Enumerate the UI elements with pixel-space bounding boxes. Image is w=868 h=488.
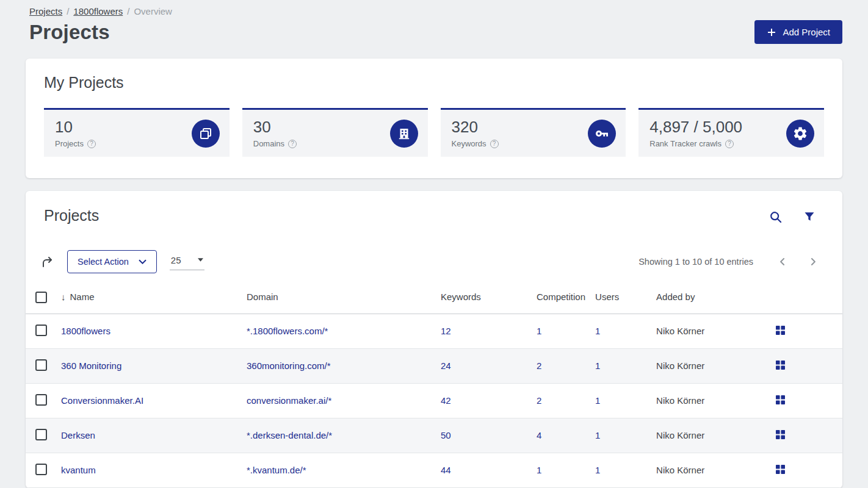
project-competition-link[interactable]: 1 — [537, 465, 541, 475]
help-icon[interactable] — [725, 140, 734, 148]
column-header-users[interactable]: Users — [590, 283, 651, 314]
stats-row: 10 Projects 30 Domains — [44, 108, 824, 157]
breadcrumb-project-link[interactable]: 1800flowers — [73, 6, 123, 16]
project-name-link[interactable]: 360 Monitoring — [61, 361, 121, 371]
row-checkbox[interactable] — [35, 394, 47, 406]
breadcrumb: Projects / 1800flowers / Overview — [29, 6, 842, 16]
project-domain-link[interactable]: *.1800flowers.com/* — [247, 326, 328, 336]
project-keywords-link[interactable]: 44 — [441, 465, 451, 475]
project-dashboard-icon[interactable] — [776, 395, 785, 404]
table-header-row: ↓Name Domain Keywords Competition Users … — [26, 283, 842, 314]
pagination — [776, 256, 819, 268]
project-name-link[interactable]: kvantum — [61, 465, 96, 475]
stat-rank-tracker-value: 4,897 / 5,000 — [649, 118, 742, 136]
project-name-link[interactable]: Conversionmaker.AI — [61, 395, 143, 406]
select-action-dropdown[interactable]: Select Action — [67, 250, 157, 273]
project-users-link[interactable]: 1 — [595, 326, 600, 336]
projects-table-title: Projects — [44, 207, 99, 224]
breadcrumb-separator: / — [127, 6, 129, 16]
projects-icon — [192, 120, 220, 148]
column-header-name[interactable]: ↓Name — [56, 283, 242, 314]
stat-keywords-value: 320 — [452, 118, 499, 136]
project-dashboard-icon[interactable] — [776, 430, 785, 439]
project-competition-link[interactable]: 2 — [537, 395, 541, 406]
chevron-left-icon[interactable] — [776, 256, 789, 268]
breadcrumb-separator: / — [67, 6, 69, 16]
showing-entries-text: Showing 1 to 10 of 10 entries — [638, 257, 753, 267]
page-title: Projects — [29, 21, 110, 44]
added-by-cell: Niko Körner — [651, 453, 771, 487]
breadcrumb-projects-link[interactable]: Projects — [29, 6, 62, 16]
project-users-link[interactable]: 1 — [595, 465, 600, 475]
help-icon[interactable] — [288, 140, 297, 148]
select-action-label: Select Action — [78, 257, 129, 267]
chevron-right-icon[interactable] — [807, 256, 819, 268]
help-icon[interactable] — [490, 140, 499, 148]
added-by-cell: Niko Körner — [651, 418, 771, 453]
column-header-domain[interactable]: Domain — [242, 283, 436, 314]
table-row: Conversionmaker.AI conversionmaker.ai/* … — [26, 383, 842, 418]
chevron-down-icon — [139, 259, 146, 264]
stat-rank-tracker-label: Rank Tracker crawls — [649, 139, 722, 148]
forward-arrow-icon[interactable] — [40, 254, 55, 269]
page-size-select[interactable]: 25 — [170, 254, 204, 270]
project-users-link[interactable]: 1 — [595, 395, 600, 406]
stat-projects-value: 10 — [55, 118, 96, 136]
top-bar: Projects / 1800flowers / Overview Projec… — [0, 0, 868, 44]
select-all-checkbox[interactable] — [35, 292, 47, 303]
project-dashboard-icon[interactable] — [776, 326, 785, 335]
table-row: kvantum *.kvantum.de/* 44 1 1 Niko Körne… — [26, 453, 842, 487]
table-toolbar: Select Action 25 Showing 1 to 10 of 10 e… — [26, 250, 842, 273]
projects-table: ↓Name Domain Keywords Competition Users … — [26, 283, 842, 488]
table-row: 1800flowers *.1800flowers.com/* 12 1 1 N… — [26, 314, 842, 348]
my-projects-title: My Projects — [44, 74, 824, 92]
plus-icon — [767, 27, 776, 37]
column-header-competition[interactable]: Competition — [532, 283, 590, 314]
project-users-link[interactable]: 1 — [595, 361, 600, 371]
projects-table-body: 1800flowers *.1800flowers.com/* 12 1 1 N… — [26, 314, 842, 487]
project-domain-link[interactable]: *.derksen-dental.de/* — [247, 430, 332, 440]
project-competition-link[interactable]: 1 — [537, 326, 541, 336]
filter-icon[interactable] — [803, 210, 816, 224]
table-row: 360 Monitoring 360monitoring.com/* 24 2 … — [26, 348, 842, 383]
projects-card: Projects Select Action 25 Showing — [26, 191, 842, 488]
project-domain-link[interactable]: 360monitoring.com/* — [247, 361, 331, 371]
stat-projects-label: Projects — [55, 139, 84, 148]
project-domain-link[interactable]: conversionmaker.ai/* — [247, 395, 331, 406]
stat-projects: 10 Projects — [44, 108, 230, 157]
added-by-cell: Niko Körner — [651, 314, 771, 348]
stat-keywords: 320 Keywords — [441, 108, 626, 157]
row-checkbox[interactable] — [35, 359, 47, 371]
project-dashboard-icon[interactable] — [776, 465, 785, 474]
project-keywords-link[interactable]: 50 — [441, 430, 451, 440]
breadcrumb-current-page: Overview — [134, 6, 172, 16]
table-row: Derksen *.derksen-dental.de/* 50 4 1 Nik… — [26, 418, 842, 453]
help-icon[interactable] — [87, 140, 96, 148]
added-by-cell: Niko Körner — [651, 383, 771, 418]
row-checkbox[interactable] — [35, 325, 47, 336]
page-size-value: 25 — [171, 255, 181, 265]
project-users-link[interactable]: 1 — [595, 430, 600, 440]
row-checkbox[interactable] — [35, 464, 47, 475]
column-header-added-by[interactable]: Added by — [651, 283, 771, 314]
stat-domains-value: 30 — [253, 118, 297, 136]
project-keywords-link[interactable]: 24 — [441, 361, 451, 371]
add-project-button[interactable]: Add Project — [754, 20, 842, 44]
project-domain-link[interactable]: *.kvantum.de/* — [247, 465, 306, 475]
row-checkbox[interactable] — [35, 429, 47, 440]
stat-keywords-label: Keywords — [452, 139, 486, 148]
added-by-cell: Niko Körner — [651, 348, 771, 383]
domains-icon — [390, 120, 418, 148]
project-dashboard-icon[interactable] — [776, 361, 785, 370]
sort-arrow-icon: ↓ — [61, 292, 66, 302]
project-keywords-link[interactable]: 12 — [441, 326, 451, 336]
project-name-link[interactable]: 1800flowers — [61, 326, 110, 336]
project-keywords-link[interactable]: 42 — [441, 395, 451, 406]
project-competition-link[interactable]: 4 — [537, 430, 541, 440]
rank-tracker-icon — [786, 120, 814, 148]
stat-domains-label: Domains — [253, 139, 284, 148]
column-header-keywords[interactable]: Keywords — [436, 283, 532, 314]
project-name-link[interactable]: Derksen — [61, 430, 95, 440]
project-competition-link[interactable]: 2 — [537, 361, 541, 371]
search-icon[interactable] — [769, 210, 783, 224]
